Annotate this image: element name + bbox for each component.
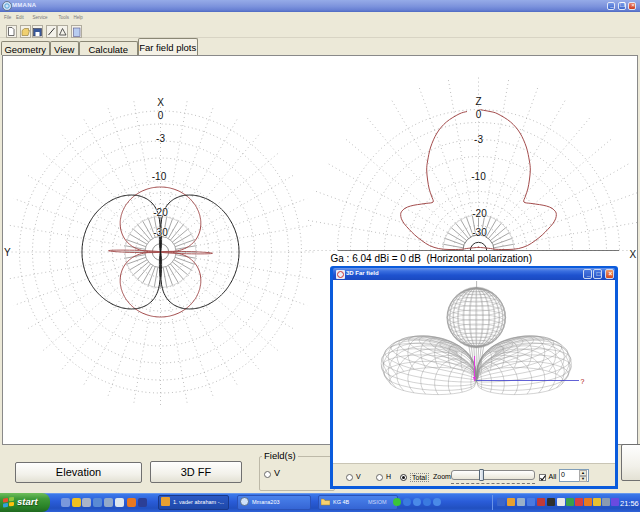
svg-text:Z: Z xyxy=(475,96,481,107)
svg-text:?: ? xyxy=(581,378,585,385)
svg-text:-10: -10 xyxy=(152,171,167,182)
svg-text:-20: -20 xyxy=(153,207,168,218)
svg-text:0: 0 xyxy=(158,110,164,121)
svg-text:X: X xyxy=(630,249,637,260)
svg-text:X: X xyxy=(157,97,164,108)
svg-text:-30: -30 xyxy=(472,227,487,238)
svg-text:0: 0 xyxy=(476,109,482,120)
svg-text:Y: Y xyxy=(4,247,11,258)
svg-text:-10: -10 xyxy=(471,171,486,182)
svg-text:-20: -20 xyxy=(472,208,487,219)
svg-text:-30: -30 xyxy=(153,227,168,238)
svg-text:-3: -3 xyxy=(156,133,165,144)
svg-text:Ga : 6.04 dBi = 0 dB (Horizon: Ga : 6.04 dBi = 0 dB (Horizontal polariz… xyxy=(331,253,533,264)
svg-text:-3: -3 xyxy=(474,134,483,145)
